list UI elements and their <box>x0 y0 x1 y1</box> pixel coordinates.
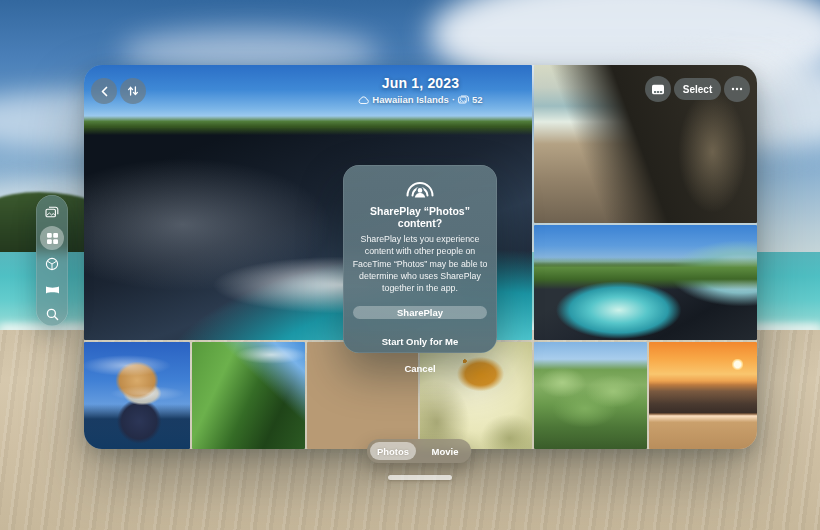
sidebar-item-spatial[interactable] <box>44 256 60 272</box>
shareplay-icon <box>404 178 436 198</box>
select-button[interactable]: Select <box>674 78 721 100</box>
panorama-icon <box>45 285 60 295</box>
photo-sunset[interactable] <box>649 342 757 449</box>
photo-woman-cliff[interactable] <box>84 342 190 449</box>
search-icon <box>46 308 59 321</box>
photo-sandy-beach[interactable] <box>307 342 418 449</box>
ellipsis-icon <box>731 87 743 91</box>
spatial-sphere-icon <box>45 257 59 271</box>
visionos-environment: Jun 1, 2023 Hawaiian Islands · 52 <box>0 0 820 530</box>
photo-green-ridge[interactable] <box>192 342 305 449</box>
albums-grid-icon <box>46 232 59 245</box>
photo-yellow-flower[interactable] <box>420 342 532 449</box>
tab-movie[interactable]: Movie <box>422 442 468 460</box>
photos-stack-icon <box>45 206 59 218</box>
sidebar-item-albums[interactable] <box>44 230 60 246</box>
sidebar-item-panoramas[interactable] <box>44 282 60 298</box>
photo-coastline-cove[interactable] <box>534 225 757 340</box>
cancel-button[interactable]: Cancel <box>404 363 435 374</box>
view-grid-icon <box>651 84 665 95</box>
photo-cactus[interactable] <box>534 342 647 449</box>
back-button[interactable] <box>91 78 117 104</box>
shareplay-confirm-button[interactable]: SharePlay <box>353 306 487 319</box>
dialog-body: SharePlay lets you experience content wi… <box>350 233 490 295</box>
chevron-left-icon <box>100 86 109 97</box>
window-drag-handle[interactable] <box>388 475 452 480</box>
photos-movie-segmented-control: Photos Movie <box>367 439 471 463</box>
sidebar-item-photos[interactable] <box>44 204 60 220</box>
shareplay-dialog: SharePlay “Photos” content? SharePlay le… <box>343 165 497 353</box>
sort-button[interactable] <box>120 78 146 104</box>
sort-arrows-icon <box>127 85 139 97</box>
view-options-button[interactable] <box>645 76 671 102</box>
more-button[interactable] <box>724 76 750 102</box>
sidebar-item-search[interactable] <box>44 306 60 322</box>
dialog-title: SharePlay “Photos” content? <box>353 205 487 229</box>
start-only-for-me-button[interactable]: Start Only for Me <box>382 336 459 347</box>
app-tab-bar <box>36 195 68 326</box>
tab-photos[interactable]: Photos <box>370 442 416 460</box>
